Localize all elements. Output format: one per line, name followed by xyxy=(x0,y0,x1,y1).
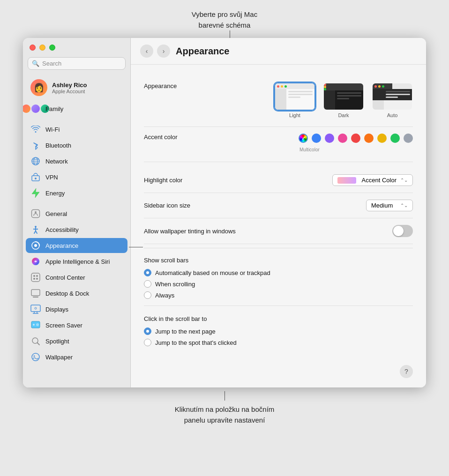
scroll-bars-label: Show scroll bars xyxy=(144,257,188,264)
accent-purple[interactable] xyxy=(325,134,334,143)
accent-red[interactable] xyxy=(351,134,360,143)
sidebar-item-screen-saver[interactable]: Screen Saver xyxy=(26,318,127,333)
sidebar-item-appearance[interactable]: Appearance xyxy=(26,238,127,253)
wifi-label: Wi-Fi xyxy=(45,126,60,133)
network-icon xyxy=(30,156,41,166)
scroll-auto-radio[interactable] xyxy=(144,269,151,276)
siri-icon xyxy=(30,256,41,267)
sidebar-item-siri[interactable]: Apple Intelligence & Siri xyxy=(26,254,127,269)
accent-pink[interactable] xyxy=(338,134,347,143)
siri-label: Apple Intelligence & Siri xyxy=(45,258,110,265)
accent-yellow[interactable] xyxy=(377,134,387,143)
svg-point-22 xyxy=(36,278,38,280)
accent-graphite[interactable] xyxy=(404,134,413,143)
appearance-auto-label: Auto xyxy=(387,112,398,118)
scroll-always-label: Always xyxy=(155,292,174,299)
svg-point-31 xyxy=(33,324,35,326)
scroll-next-page-radio[interactable] xyxy=(144,327,151,335)
accessibility-icon xyxy=(30,224,41,235)
sidebar-item-wifi[interactable]: Wi-Fi xyxy=(26,122,127,137)
scroll-click-section: Click in the scroll bar to Jump to the n… xyxy=(144,308,413,351)
sidebar-item-spotlight[interactable]: Spotlight xyxy=(26,334,127,349)
sidebar-item-wallpaper[interactable]: Wallpaper xyxy=(26,350,127,364)
sidebar-item-displays[interactable]: Displays xyxy=(26,302,127,317)
highlight-color-dropdown[interactable]: Accent Color ⌃⌄ xyxy=(332,174,413,186)
user-avatar: 👩 xyxy=(30,79,47,96)
svg-line-14 xyxy=(36,231,37,233)
appearance-icon xyxy=(30,240,41,251)
scroll-clicked-spot-label: Jump to the spot that's clicked xyxy=(155,339,237,346)
annotation-top-line2: barevné schéma xyxy=(192,20,257,31)
scroll-bars-section: Show scroll bars Automatically based on … xyxy=(144,248,413,304)
accent-colors-container: Multicolor xyxy=(299,134,413,153)
appearance-thumb-auto[interactable] xyxy=(372,82,413,111)
appearance-option-light[interactable]: Light xyxy=(274,82,315,118)
help-button[interactable]: ? xyxy=(400,365,413,378)
svg-point-10 xyxy=(35,226,37,228)
forward-button[interactable]: › xyxy=(157,45,170,58)
accent-sublabel: Multicolor xyxy=(299,147,320,152)
scroll-clicked-spot-radio[interactable] xyxy=(144,339,151,346)
sidebar-item-desktop-dock[interactable]: Desktop & Dock xyxy=(26,286,127,301)
scroll-next-page-option[interactable]: Jump to the next page xyxy=(144,327,413,335)
sidebar-item-energy[interactable]: Energy xyxy=(26,186,127,201)
family-label: Family xyxy=(45,105,63,112)
sidebar-item-general[interactable]: General xyxy=(26,206,127,221)
appearance-option-auto[interactable]: Auto xyxy=(372,82,413,118)
accent-blue[interactable] xyxy=(312,134,321,143)
scroll-when-scrolling-option[interactable]: When scrolling xyxy=(144,280,413,288)
appearance-option-dark[interactable]: Dark xyxy=(323,82,364,118)
sidebar-item-family[interactable]: Family xyxy=(26,101,127,116)
network-label: Network xyxy=(45,158,68,165)
search-box[interactable]: 🔍 Search xyxy=(28,57,126,70)
appearance-options: Light xyxy=(274,82,413,118)
svg-point-21 xyxy=(33,278,35,280)
scroll-always-option[interactable]: Always xyxy=(144,291,413,299)
minimize-button[interactable] xyxy=(39,45,45,51)
svg-rect-24 xyxy=(33,297,38,298)
appearance-thumb-light[interactable] xyxy=(274,82,315,111)
sidebar-item-network[interactable]: Network xyxy=(26,154,127,169)
main-title: Appearance xyxy=(176,46,230,57)
maximize-button[interactable] xyxy=(49,45,55,51)
bluetooth-icon xyxy=(30,140,41,150)
wallpaper-tinting-row: Allow wallpaper tinting in windows xyxy=(144,218,413,244)
spotlight-icon xyxy=(30,336,41,346)
scroll-auto-option[interactable]: Automatically based on mouse or trackpad xyxy=(144,269,413,276)
svg-marker-7 xyxy=(32,188,39,198)
user-name: Ashley Rico xyxy=(52,82,87,89)
general-icon xyxy=(30,208,41,219)
sidebar-item-vpn[interactable]: VPN xyxy=(26,170,127,185)
wallpaper-tinting-toggle[interactable] xyxy=(392,225,413,237)
wallpaper-tinting-label: Allow wallpaper tinting in windows xyxy=(144,228,236,235)
accessibility-label: Accessibility xyxy=(45,226,79,233)
appearance-thumb-dark[interactable] xyxy=(323,82,364,111)
main-header: ‹ › Appearance xyxy=(131,38,426,65)
scroll-clicked-spot-option[interactable]: Jump to the spot that's clicked xyxy=(144,339,413,346)
accent-green[interactable] xyxy=(390,134,400,143)
annotation-top: Vyberte pro svůj Mac barevné schéma xyxy=(192,9,257,30)
sidebar-icon-size-value: Medium xyxy=(371,202,393,209)
displays-label: Displays xyxy=(45,306,68,313)
sidebar-icon-size-dropdown[interactable]: Medium ⌃⌄ xyxy=(366,200,413,211)
accent-color-swatches xyxy=(299,134,413,143)
accent-orange[interactable] xyxy=(364,134,374,143)
sidebar-item-accessibility[interactable]: Accessibility xyxy=(26,222,127,237)
svg-point-16 xyxy=(34,244,37,247)
window-controls xyxy=(23,38,130,54)
sidebar-item-bluetooth[interactable]: Bluetooth xyxy=(26,138,127,153)
user-account-item[interactable]: 👩 Ashley Rico Apple Account xyxy=(26,75,127,100)
user-subtitle: Apple Account xyxy=(52,89,87,94)
accent-multicolor[interactable] xyxy=(299,134,308,143)
sidebar-item-control-center[interactable]: Control Center xyxy=(26,270,127,285)
close-button[interactable] xyxy=(30,45,36,51)
scroll-always-radio[interactable] xyxy=(144,291,151,299)
scroll-when-scrolling-radio[interactable] xyxy=(144,280,151,288)
dropdown-arrow: ⌃⌄ xyxy=(400,178,408,183)
user-info: Ashley Rico Apple Account xyxy=(52,82,87,94)
svg-point-29 xyxy=(35,307,37,309)
svg-point-6 xyxy=(35,178,37,179)
control-center-label: Control Center xyxy=(45,274,85,281)
back-button[interactable]: ‹ xyxy=(140,45,153,58)
toggle-knob xyxy=(393,226,404,236)
